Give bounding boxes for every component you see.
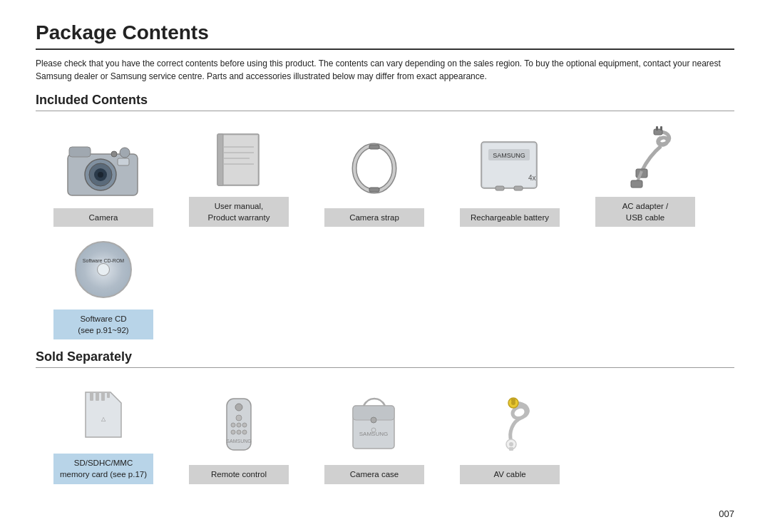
svg-point-56 [511, 401, 515, 405]
svg-rect-28 [656, 126, 658, 131]
item-case: SAMSUNG Camera case [307, 389, 442, 484]
svg-rect-55 [509, 447, 513, 451]
case-label: Camera case [324, 465, 424, 484]
manual-label: User manual,Product warranty [189, 197, 289, 227]
svg-rect-18 [369, 188, 379, 192]
svg-rect-15 [217, 134, 223, 185]
item-avcable: AV cable [442, 389, 578, 484]
camera-image [53, 133, 153, 204]
svg-rect-6 [118, 158, 129, 165]
item-camera: Camera [36, 133, 171, 227]
sdcard-image: △ [53, 378, 153, 449]
page-title: Package Contents [36, 21, 734, 50]
svg-rect-35 [107, 392, 110, 398]
cable-label: AC adapter /USB cable [595, 197, 695, 227]
sold-section-title: Sold Separately [36, 349, 734, 368]
item-cd: Software CD-ROM Software CD(see p.91~92) [36, 234, 171, 339]
sdcard-label: SD/SDHC/MMCmemory card (see p.17) [53, 454, 153, 484]
svg-rect-31 [631, 180, 642, 188]
svg-text:SAMSUNG: SAMSUNG [226, 439, 251, 444]
svg-rect-19 [369, 145, 379, 149]
manual-image [189, 121, 289, 193]
svg-text:SAMSUNG: SAMSUNG [493, 152, 525, 159]
svg-rect-24 [496, 186, 504, 190]
svg-point-49 [371, 417, 376, 423]
svg-point-17 [354, 145, 394, 191]
svg-point-42 [242, 423, 247, 427]
battery-label: Rechargeable battery [460, 208, 560, 227]
svg-point-40 [231, 423, 235, 427]
svg-rect-1 [69, 147, 91, 157]
svg-rect-32 [90, 392, 93, 401]
svg-rect-34 [101, 392, 105, 401]
svg-rect-25 [514, 186, 523, 190]
cd-label: Software CD(see p.91~92) [53, 310, 153, 339]
svg-point-57 [509, 442, 513, 446]
svg-text:△: △ [101, 416, 106, 422]
svg-point-5 [98, 172, 103, 178]
remote-label: Remote control [189, 465, 289, 484]
svg-point-7 [120, 148, 130, 158]
svg-point-39 [236, 415, 242, 421]
svg-rect-29 [660, 126, 662, 131]
item-strap: Camera strap [307, 133, 442, 227]
svg-point-38 [235, 404, 242, 411]
svg-rect-33 [96, 392, 99, 401]
strap-label: Camera strap [324, 208, 424, 227]
included-items-row2: Software CD-ROM Software CD(see p.91~92) [36, 234, 734, 339]
sold-items-row: △ SD/SDHC/MMCmemory card (see p.17) S [36, 378, 734, 484]
item-remote: SAMSUNG Remote control [171, 389, 307, 484]
svg-point-41 [237, 423, 241, 427]
item-manual: User manual,Product warranty [171, 121, 307, 227]
svg-point-8 [111, 151, 117, 157]
svg-text:4x: 4x [528, 174, 536, 182]
cd-center [97, 263, 110, 276]
camera-label: Camera [53, 208, 153, 227]
item-battery: SAMSUNG 4x Rechargeable battery [442, 133, 578, 227]
battery-image: SAMSUNG 4x [460, 133, 560, 204]
included-section-title: Included Contents [36, 93, 734, 111]
cable-image [595, 121, 695, 193]
page-number: 007 [719, 508, 734, 519]
item-cable: AC adapter /USB cable [578, 121, 713, 227]
svg-point-45 [242, 430, 247, 434]
svg-point-44 [237, 430, 241, 434]
item-sdcard: △ SD/SDHC/MMCmemory card (see p.17) [36, 378, 171, 484]
cd-icon: Software CD-ROM [75, 241, 132, 298]
strap-image [324, 133, 424, 204]
intro-text: Please check that you have the correct c… [36, 57, 734, 83]
svg-rect-10 [219, 135, 257, 184]
included-items-row1: Camera User manual,Product warranty [36, 121, 734, 227]
cd-image: Software CD-ROM [53, 234, 153, 305]
case-image: SAMSUNG [324, 389, 424, 461]
avcable-label: AV cable [460, 465, 560, 484]
remote-image: SAMSUNG [189, 389, 289, 461]
svg-text:SAMSUNG: SAMSUNG [359, 431, 388, 437]
avcable-image [460, 389, 560, 461]
cd-label-text: Software CD-ROM [83, 258, 124, 263]
svg-point-43 [231, 430, 235, 434]
